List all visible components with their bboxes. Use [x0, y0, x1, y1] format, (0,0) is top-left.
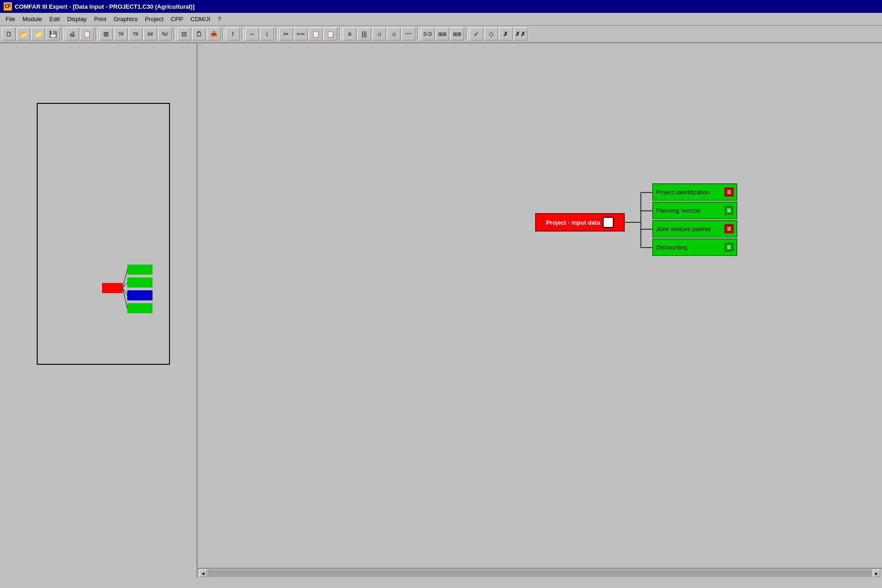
toolbar-table[interactable]: ⊟ — [177, 28, 191, 40]
toolbar-wave[interactable]: 〰 — [401, 28, 415, 40]
connector-lines — [198, 43, 882, 578]
separator-9 — [466, 28, 468, 40]
toolbar-cut[interactable]: ✂ — [279, 28, 293, 40]
mini-green-bot — [127, 303, 153, 313]
toolbar-align-top[interactable]: ↕| — [372, 28, 386, 40]
toolbar-align-right[interactable]: ||| — [357, 28, 371, 40]
toolbar-vert[interactable]: ↕ — [260, 28, 274, 40]
separator-8 — [417, 28, 419, 40]
planning-horizon-label: Planning horizon — [656, 207, 701, 214]
toolbar-new[interactable]: 🗋 — [2, 28, 16, 40]
toolbar-grid[interactable]: ⊞ — [99, 28, 113, 40]
toolbar-horiz[interactable]: ↔ — [245, 28, 259, 40]
toolbar-slash[interactable]: %/ — [158, 28, 172, 40]
app-icon: CF — [4, 2, 12, 11]
toolbar: 🗋 📂 📁 💾 🖨 📋 ⊞ ?# ?# ## %/ ⊟ 🗒 📤 ! ↔ ↕ ✂ … — [0, 26, 882, 43]
toolbar-folder[interactable]: 📁 — [31, 28, 45, 40]
toolbar-cut2[interactable]: ✂✂ — [294, 28, 308, 40]
toolbar-copy[interactable]: 📋 — [309, 28, 322, 40]
toolbar-preview[interactable]: 📋 — [80, 28, 94, 40]
toolbar-print[interactable]: 🖨 — [65, 28, 79, 40]
project-input-data-label: Project - input data — [546, 219, 600, 226]
mini-red-node — [102, 283, 123, 293]
svg-line-0 — [123, 270, 127, 288]
toolbar-cross[interactable]: ✗ — [499, 28, 513, 40]
right-panel: Project - input data ⬅ Project identific… — [198, 43, 882, 578]
toolbar-calc[interactable]: 🗒 — [192, 28, 206, 40]
main-content: Project - input data ⬅ Project identific… — [0, 43, 882, 578]
overview-box — [37, 103, 170, 365]
planning-horizon-icon — [724, 206, 734, 215]
svg-line-1 — [123, 283, 127, 288]
menu-project[interactable]: Project — [141, 14, 167, 24]
separator-3 — [174, 28, 175, 40]
scroll-right-btn[interactable]: ► — [873, 570, 880, 577]
toolbar-check[interactable]: ✓ — [469, 28, 483, 40]
toolbar-q2[interactable]: ?# — [129, 28, 142, 40]
toolbar-open[interactable]: 📂 — [17, 28, 30, 40]
status-bar: ◄ ► — [198, 568, 882, 578]
separator-4 — [222, 28, 224, 40]
menu-print[interactable]: Print — [90, 14, 110, 24]
toolbar-export[interactable]: 📤 — [207, 28, 220, 40]
toolbar-box2[interactable]: ⊞⊞ — [450, 28, 464, 40]
toolbar-box1[interactable]: ⊞⊞ — [435, 28, 449, 40]
toolbar-exclaim[interactable]: ! — [226, 28, 240, 40]
toolbar-save[interactable]: 💾 — [46, 28, 60, 40]
menu-bar: File Module Edit Display Print Graphics … — [0, 13, 882, 26]
joint-venture-partner-icon — [724, 224, 734, 233]
separator-2 — [96, 28, 97, 40]
toolbar-align-left[interactable]: ≡ — [343, 28, 356, 40]
arrow-indicator: ⬅ — [603, 217, 614, 228]
separator-1 — [62, 28, 63, 40]
project-identification-label: Project identification — [656, 189, 709, 196]
planning-horizon-node[interactable]: Planning horizon — [652, 202, 737, 219]
menu-cpp[interactable]: CPP — [167, 14, 187, 24]
mini-green-mid1 — [127, 277, 153, 288]
project-input-data-node[interactable]: Project - input data ⬅ — [535, 213, 625, 232]
window-title: COMFAR III Expert - [Data Input - PROJEC… — [15, 3, 194, 10]
menu-file[interactable]: File — [2, 14, 19, 24]
left-panel — [0, 43, 198, 578]
project-identification-icon — [724, 187, 734, 197]
mini-green-top — [127, 265, 153, 275]
discounting-label: Discounting — [656, 244, 687, 251]
toolbar-hash[interactable]: ## — [143, 28, 157, 40]
menu-module[interactable]: Module — [19, 14, 46, 24]
discounting-node[interactable]: Discounting — [652, 238, 737, 256]
mini-blue-node — [127, 290, 153, 300]
toolbar-q1[interactable]: ?# — [114, 28, 128, 40]
title-bar: CF COMFAR III Expert - [Data Input - PRO… — [0, 0, 882, 13]
horizontal-scrollbar[interactable] — [208, 570, 872, 577]
svg-line-2 — [123, 288, 127, 295]
toolbar-dd[interactable]: D-D — [421, 28, 435, 40]
joint-venture-partner-label: Joint-venture partner — [656, 226, 711, 232]
svg-line-3 — [123, 288, 127, 308]
separator-7 — [339, 28, 341, 40]
toolbar-align-bot[interactable]: ↕| — [387, 28, 401, 40]
joint-venture-partner-node[interactable]: Joint-venture partner — [652, 220, 737, 237]
project-identification-node[interactable]: Project identification — [652, 183, 737, 201]
menu-graphics[interactable]: Graphics — [110, 14, 141, 24]
menu-cdmji[interactable]: CDM/JI — [187, 14, 214, 24]
menu-edit[interactable]: Edit — [46, 14, 63, 24]
toolbar-paste[interactable]: 📋 — [323, 28, 337, 40]
toolbar-cross2[interactable]: ✗✗ — [514, 28, 527, 40]
scroll-left-btn[interactable]: ◄ — [199, 570, 207, 577]
menu-display[interactable]: Display — [63, 14, 90, 24]
separator-5 — [242, 28, 243, 40]
menu-help[interactable]: ? — [214, 14, 225, 24]
toolbar-diamond[interactable]: ◇ — [484, 28, 498, 40]
separator-6 — [276, 28, 277, 40]
discounting-icon — [724, 243, 734, 252]
